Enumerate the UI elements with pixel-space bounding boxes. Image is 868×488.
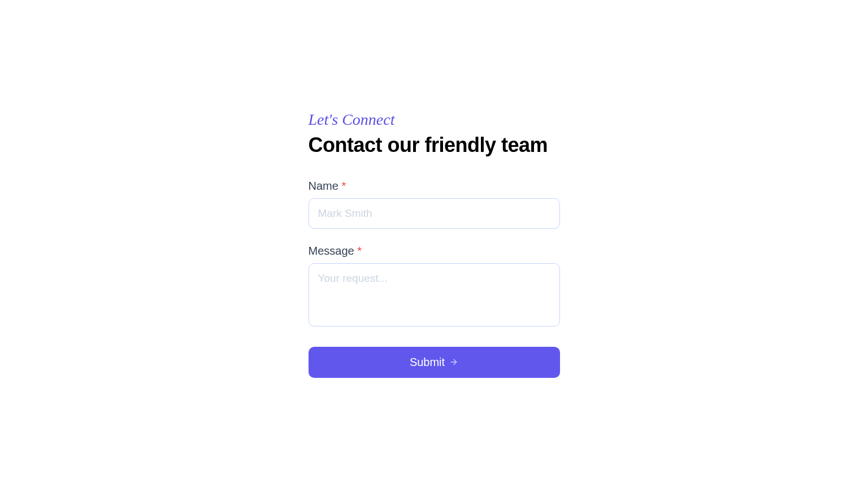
submit-button-label: Submit (410, 356, 445, 369)
form-title: Contact our friendly team (309, 133, 560, 157)
message-textarea[interactable] (309, 263, 560, 326)
submit-button[interactable]: Submit (309, 347, 560, 378)
name-label-text: Name (309, 180, 342, 192)
contact-form-container: Let's Connect Contact our friendly team … (309, 111, 560, 378)
name-label: Name * (309, 180, 560, 193)
required-asterisk: * (357, 245, 362, 257)
required-asterisk: * (341, 180, 346, 192)
arrow-right-icon (449, 358, 458, 367)
name-field-group: Name * (309, 180, 560, 229)
message-label: Message * (309, 245, 560, 258)
message-field-group: Message * (309, 245, 560, 329)
message-label-text: Message (309, 245, 358, 257)
name-input[interactable] (309, 198, 560, 229)
form-subtitle: Let's Connect (309, 111, 560, 129)
